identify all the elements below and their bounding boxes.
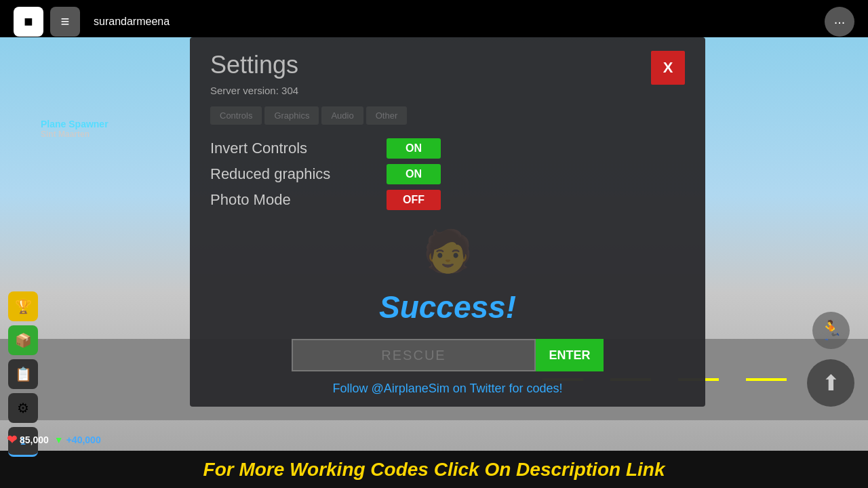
photo-mode-label: Photo Mode (210, 191, 373, 209)
bottom-bar-text: For More Working Codes Click On Descript… (203, 459, 665, 481)
currency-value: +40,000 (66, 434, 101, 445)
health-icon: ❤ (7, 432, 17, 447)
server-version: Server version: 304 (210, 85, 298, 96)
bottom-bar: For More Working Codes Click On Descript… (0, 451, 868, 488)
health-value: 85,000 (20, 434, 49, 445)
modal-title: Settings (210, 51, 298, 79)
up-arrow-button[interactable]: ⬆ (807, 359, 854, 407)
invert-controls-toggle[interactable]: ON (387, 138, 441, 159)
enter-button[interactable]: ENTER (536, 339, 604, 371)
quest-icon[interactable]: 🏆 (8, 291, 38, 321)
tab-audio[interactable]: Audio (321, 106, 363, 125)
character-silhouette: 🧑 (422, 227, 473, 275)
success-message: Success! (210, 289, 685, 325)
plane-name: Plane Spawner (41, 119, 108, 129)
chat-icon[interactable]: ≡ (50, 7, 80, 37)
invert-controls-label: Invert Controls (210, 140, 373, 157)
settings-modal: Settings Server version: 304 X Controls … (190, 37, 705, 407)
right-controls: 🏃 ⬆ (807, 312, 854, 407)
code-area: ENTER (210, 339, 685, 371)
tab-other[interactable]: Other (366, 106, 408, 125)
character-area: 🧑 (210, 227, 685, 275)
roblox-logo[interactable]: ■ (14, 7, 43, 37)
currency-icon: ▼ (54, 434, 64, 445)
plane-label: Plane Spawner Sint Maarten (41, 119, 108, 139)
reduced-graphics-row: Reduced graphics ON (210, 164, 685, 184)
settings-rows: Invert Controls ON Reduced graphics ON P… (210, 138, 685, 210)
modal-title-area: Settings Server version: 304 (210, 51, 298, 96)
inventory-icon[interactable]: 📦 (8, 325, 38, 355)
roblox-logo-symbol: ■ (24, 13, 33, 30)
code-input[interactable] (292, 339, 536, 371)
follow-text-content: Follow @AirplaneSim on Twitter for codes… (332, 382, 562, 395)
run-icon[interactable]: 🏃 (812, 312, 850, 349)
settings-tabs: Controls Graphics Audio Other (210, 106, 685, 125)
runway-line (746, 378, 787, 381)
photo-mode-row: Photo Mode OFF (210, 190, 685, 210)
photo-mode-toggle[interactable]: OFF (387, 190, 441, 210)
tab-controls[interactable]: Controls (210, 106, 262, 125)
plane-location: Sint Maarten (41, 129, 108, 139)
settings-icon[interactable]: ⚙ (8, 393, 38, 423)
follow-text: Follow @AirplaneSim on Twitter for codes… (210, 382, 685, 396)
username-label: surandarmeena (94, 16, 170, 28)
reduced-graphics-toggle[interactable]: ON (387, 164, 441, 184)
chat-symbol: ≡ (61, 13, 70, 30)
invert-controls-row: Invert Controls ON (210, 138, 685, 159)
reduced-graphics-label: Reduced graphics (210, 165, 373, 183)
health-stat: ❤ 85,000 (7, 432, 49, 447)
tab-graphics[interactable]: Graphics (264, 106, 319, 125)
close-button[interactable]: X (651, 51, 685, 85)
more-options-icon[interactable]: ··· (825, 7, 854, 37)
currency-stat: ▼ +40,000 (54, 434, 101, 445)
stats-bar: ❤ 85,000 ▼ +40,000 (7, 432, 101, 447)
modal-header: Settings Server version: 304 X (210, 51, 685, 96)
top-bar: ■ ≡ surandarmeena ··· (0, 7, 868, 37)
list-icon[interactable]: 📋 (8, 359, 38, 389)
